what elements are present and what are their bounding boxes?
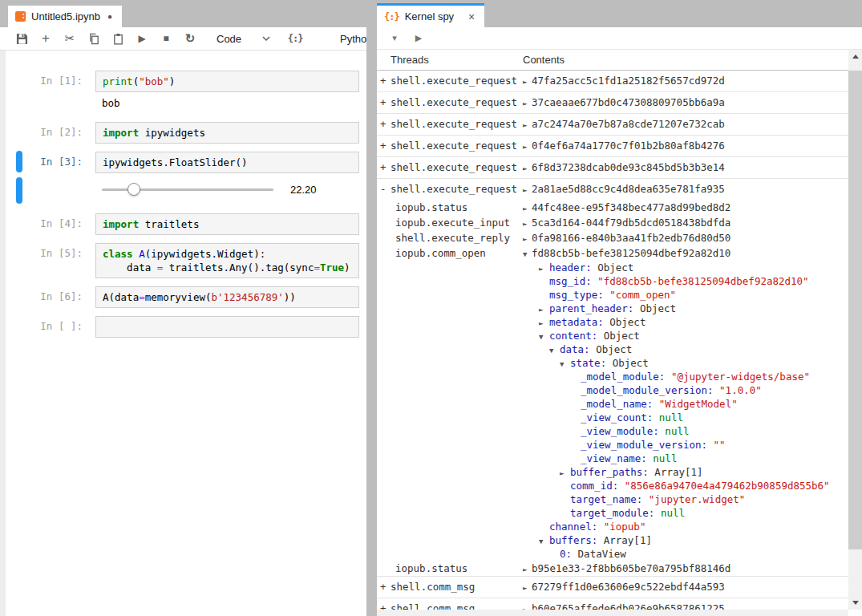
code-token: ): [344, 261, 350, 274]
notebook-cell: In [4]:import traitlets: [0, 213, 366, 235]
braces-icon: {:}: [288, 33, 303, 44]
chevron-up-icon: [852, 55, 859, 59]
expand-all-button[interactable]: ▶: [409, 30, 428, 47]
expand-toggle[interactable]: -: [380, 179, 390, 200]
message-row[interactable]: +shell.execute_request►47fa25acc5c1fd1a2…: [377, 71, 848, 91]
json-tree-row[interactable]: ►metadata: Object: [377, 315, 848, 329]
message-contents: ►0f4ef6a74a1770c7f01b2b80af8b4276: [523, 136, 725, 157]
json-tree-row[interactable]: ►parent_header: Object: [377, 302, 848, 315]
json-tree-row[interactable]: ▼content: Object: [377, 329, 848, 342]
thread-name: iopub.status: [395, 200, 467, 215]
json-value: Object: [613, 357, 649, 369]
child-message-row[interactable]: iopub.status►b95e1e33-2f8bb605be70a795bf…: [377, 561, 848, 576]
json-value: "856e86a9470e4a479462b90859d855b6": [625, 480, 830, 492]
scrollbar-thumb[interactable]: [848, 71, 862, 549]
cell-input[interactable]: import traitlets: [95, 213, 359, 235]
expand-toggle[interactable]: +: [380, 114, 390, 135]
json-tree-row[interactable]: ▼buffers: Array[1]: [377, 533, 848, 547]
json-tree-row: msg_id: "fd88cb5b-befe38125094dbef92a82d…: [377, 274, 848, 288]
code-token: A: [139, 248, 145, 260]
vertical-scrollbar[interactable]: [848, 50, 862, 610]
cell-type-dropdown[interactable]: Code: [217, 33, 270, 45]
run-cell-button[interactable]: ▶: [130, 29, 154, 48]
cell-input[interactable]: import ipywidgets: [95, 122, 359, 144]
disclosure-triangle-icon[interactable]: ►: [523, 71, 532, 92]
message-row[interactable]: -shell.execute_request►2a81ae5d88cc9c4d8…: [377, 179, 848, 200]
notebook-tab[interactable]: Untitled5.ipynb ●: [8, 6, 122, 27]
message-row[interactable]: +shell.execute_request►37caeaae677bd0c47…: [377, 92, 848, 113]
message-group: +shell.execute_request►37caeaae677bd0c47…: [377, 92, 848, 114]
disclosure-triangle-icon[interactable]: ►: [523, 599, 532, 610]
thread-name: shell.execute_request: [391, 157, 517, 178]
paste-cells-button[interactable]: [106, 29, 130, 48]
collapse-all-button[interactable]: ▾: [385, 30, 404, 47]
expand-toggle[interactable]: +: [380, 577, 390, 598]
disclosure-triangle-icon[interactable]: ►: [523, 93, 532, 114]
code-token: traitlets.Any().tag(sync: [163, 261, 314, 274]
json-tree-row: _view_count: null: [377, 411, 848, 424]
active-cell-output-collapser[interactable]: [16, 177, 22, 204]
disclosure-triangle-icon[interactable]: ►: [523, 158, 532, 179]
kernelspy-tab-title: Kernel spy: [405, 10, 454, 22]
json-tree-row[interactable]: ►header: Object: [377, 261, 848, 274]
scroll-up-button[interactable]: [848, 50, 862, 63]
slider-handle[interactable]: [127, 183, 140, 196]
json-tree-row: target_name: "jupyter.widget": [377, 492, 848, 506]
expand-toggle[interactable]: +: [380, 136, 390, 156]
kernelspy-tab[interactable]: {:} Kernel spy ×: [377, 3, 484, 27]
disclosure-triangle-icon[interactable]: ►: [523, 578, 532, 598]
json-tree-row[interactable]: ▼state: Object: [377, 356, 848, 370]
cell-input-row: In [5]:class A(ipywidgets.Widget): data …: [0, 243, 366, 278]
message-row[interactable]: +shell.execute_request►0f4ef6a74a1770c7f…: [377, 136, 848, 156]
interrupt-kernel-button[interactable]: ■: [154, 29, 178, 48]
expand-toggle[interactable]: +: [380, 92, 390, 113]
active-cell-input-collapser[interactable]: [16, 151, 22, 172]
expand-toggle[interactable]: +: [380, 598, 390, 610]
child-message-row[interactable]: shell.execute_reply►0fa98166-e840b3aa41f…: [377, 230, 848, 245]
expand-toggle[interactable]: +: [380, 71, 390, 91]
cell-input[interactable]: [95, 316, 359, 338]
disclosure-triangle-icon[interactable]: ►: [523, 115, 532, 136]
message-id: 37caeaae677bd0c47308809705bb6a9a: [532, 96, 725, 108]
json-key: comm_id:: [570, 480, 625, 492]
copy-cells-button[interactable]: [82, 29, 106, 48]
close-tab-button[interactable]: ×: [468, 11, 475, 22]
cell-input[interactable]: class A(ipywidgets.Widget): data = trait…: [95, 243, 359, 278]
cell-input[interactable]: A(data=memoryview(b'123456789')): [95, 286, 359, 308]
thread-name: shell.execute_request: [391, 114, 517, 135]
thread-name: shell.execute_reply: [395, 230, 510, 245]
scroll-down-button[interactable]: [848, 596, 862, 610]
notebook-panel: Untitled5.ipynb ● + ✂ ▶ ■ ↻ Code {:} Pyt…: [0, 0, 366, 616]
message-row[interactable]: +shell.comm_msg►67279ff1d0e63606e9c522eb…: [377, 577, 848, 598]
kernel-name-button[interactable]: Python: [340, 33, 366, 45]
expand-toggle[interactable]: +: [380, 157, 390, 178]
disclosure-triangle-icon[interactable]: ►: [523, 180, 532, 201]
kernelspy-toolbar: ▾ ▶: [377, 27, 862, 50]
child-message-row[interactable]: iopub.comm_open▼fd88cb5b-befe38125094dbe…: [377, 245, 848, 261]
child-message-row[interactable]: iopub.status►44fc48ee-e95f348bec477a8d99…: [377, 200, 848, 215]
restart-kernel-button[interactable]: ↻: [178, 29, 202, 48]
json-tree-row[interactable]: ►buffer_paths: Array[1]: [377, 465, 848, 479]
json-key: content:: [549, 330, 604, 342]
disclosure-triangle-icon[interactable]: ►: [523, 562, 532, 578]
kernelspy-toolbar-button[interactable]: {:}: [283, 29, 307, 48]
cell-input-row: In [6]:A(data=memoryview(b'123456789')): [0, 286, 366, 308]
message-contents: ►b60e765affede6db026e9b6587861225: [523, 598, 725, 610]
horizontal-scrollbar[interactable]: [377, 610, 848, 616]
cut-cells-button[interactable]: ✂: [58, 29, 82, 48]
stop-icon: ■: [163, 33, 168, 44]
braces-icon: {:}: [384, 11, 399, 22]
message-row[interactable]: +shell.execute_request►6f8d37238dcab0de9…: [377, 157, 848, 178]
code-token: ): [169, 75, 176, 87]
message-row[interactable]: +shell.execute_request►a7c2474a70e7b87a8…: [377, 114, 848, 135]
cell-input[interactable]: ipywidgets.FloatSlider(): [95, 152, 359, 173]
insert-cell-button[interactable]: +: [34, 29, 58, 48]
child-message-row[interactable]: iopub.execute_input►5ca3d164-044f79db5dc…: [377, 215, 848, 230]
disclosure-triangle-icon[interactable]: ►: [523, 136, 532, 157]
message-contents: ►2a81ae5d88cc9c4d8dea635e781fa935: [523, 179, 725, 201]
message-row[interactable]: +shell.comm_msg►b60e765affede6db026e9b65…: [377, 598, 848, 610]
cell-input[interactable]: print("bob"): [95, 71, 359, 92]
save-button[interactable]: [10, 29, 34, 48]
json-tree-row[interactable]: ▼data: Object: [377, 342, 848, 356]
cell-prompt: In [1]:: [0, 71, 95, 87]
